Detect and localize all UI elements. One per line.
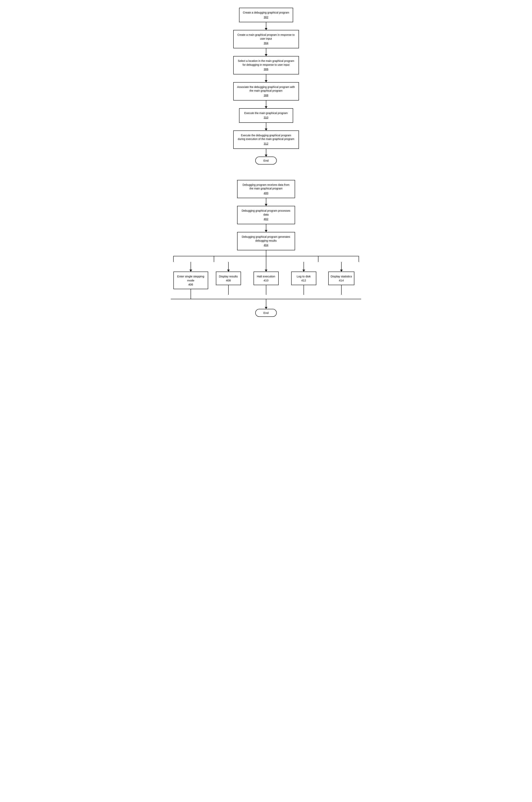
arrow-402-404 — [266, 224, 266, 232]
line-down-406 — [191, 289, 191, 299]
flowchart1: Create a debugging graphical program 302… — [233, 8, 299, 164]
step-312-text: Execute the debugging graphical program … — [237, 133, 295, 141]
step-302: Create a debugging graphical program 302 — [239, 8, 293, 22]
line-down-414 — [341, 285, 342, 295]
arrow-304-306 — [266, 48, 266, 56]
merge-arrow-down — [266, 299, 266, 309]
branches-row: Enter single stepping mode 406 Display r… — [150, 262, 382, 299]
step-414-num: 414 — [339, 279, 344, 282]
step-406: Enter single stepping mode 406 — [173, 272, 208, 289]
step-310: Execute the main graphical program 310 — [239, 108, 293, 123]
step-404: Debugging graphical program generates de… — [237, 232, 295, 250]
step-414: Display statistics 414 — [328, 272, 354, 285]
branch-connector — [150, 250, 382, 262]
step-410: Halt execution 410 — [253, 272, 279, 285]
step-306-num: 306 — [237, 68, 295, 71]
arrow-to-412 — [304, 262, 304, 272]
arrow-to-406 — [191, 262, 191, 272]
step-402-num: 402 — [241, 217, 291, 221]
step-400-num: 400 — [241, 192, 291, 195]
step-308: Associate the debugging graphical progra… — [233, 82, 299, 101]
line-down-410 — [266, 285, 266, 295]
end-oval-2: End — [255, 309, 277, 317]
step-304-num: 304 — [237, 41, 295, 45]
arrow-to-414 — [341, 262, 342, 272]
step-404-num: 404 — [241, 243, 291, 247]
step-408: Display results 408 — [216, 272, 241, 285]
branch-410-col: Halt execution 410 — [248, 262, 284, 295]
step-306-text: Select a location in the main graphical … — [237, 59, 295, 67]
branches-section: Enter single stepping mode 406 Display r… — [150, 262, 382, 299]
end-oval-1: End — [255, 157, 277, 164]
step-408-num: 408 — [226, 279, 231, 282]
step-312-num: 312 — [237, 142, 295, 146]
step-302-text: Create a debugging graphical program — [243, 11, 289, 15]
step-404-text: Debugging graphical program generates de… — [241, 235, 291, 242]
step-402: Debugging graphical program processes da… — [237, 206, 295, 224]
branch-406-col: Enter single stepping mode 406 — [173, 262, 209, 299]
step-308-text: Associate the debugging graphical progra… — [237, 85, 295, 93]
branches-layout: Enter single stepping mode 406 Display r… — [150, 262, 382, 299]
step-400-text: Debugging program receives data from the… — [241, 183, 291, 190]
diagram1: Create a debugging graphical program 302… — [160, 8, 372, 180]
step-306: Select a location in the main graphical … — [233, 56, 299, 74]
step-304-text: Create a main graphical program in respo… — [237, 33, 295, 41]
end-label-2: End — [263, 311, 269, 314]
step-412-num: 412 — [301, 279, 306, 282]
step-412: Log to disk 412 — [291, 272, 316, 285]
arrow-400-402 — [266, 198, 266, 206]
step-410-text: Halt execution — [257, 275, 275, 278]
branch-svg — [150, 250, 382, 262]
arrow-310-312 — [266, 123, 266, 130]
step-406-text: Enter single stepping mode — [177, 275, 204, 282]
step-402-text: Debugging graphical program processes da… — [241, 209, 291, 217]
step-400: Debugging program receives data from the… — [237, 180, 295, 198]
diagram2: Debugging program receives data from the… — [150, 180, 382, 317]
branch-412-col: Log to disk 412 — [286, 262, 322, 295]
end-label-1: End — [263, 159, 269, 162]
step-304: Create a main graphical program in respo… — [233, 30, 299, 48]
step-410-num: 410 — [264, 279, 268, 282]
step-310-text: Execute the main graphical program — [243, 111, 289, 115]
branch-414-col: Display statistics 414 — [323, 262, 359, 295]
step-312: Execute the debugging graphical program … — [233, 130, 299, 149]
arrow-to-408 — [228, 262, 229, 272]
arrow-306-308 — [266, 74, 266, 82]
step-302-num: 302 — [243, 16, 289, 19]
arrow-308-310 — [266, 101, 266, 108]
step-414-text: Display statistics — [330, 275, 352, 278]
branch-408-col: Display results 408 — [210, 262, 246, 295]
line-down-408 — [228, 285, 229, 295]
step-412-text: Log to disk — [297, 275, 311, 278]
step-308-num: 308 — [237, 94, 295, 97]
arrow-312-end — [266, 149, 266, 157]
step-406-num: 406 — [188, 283, 193, 286]
line-down-412 — [304, 285, 304, 295]
arrow-302-304 — [266, 22, 266, 30]
step-310-num: 310 — [243, 116, 289, 120]
arrow-to-410 — [266, 262, 266, 272]
step-408-text: Display results — [219, 275, 238, 278]
